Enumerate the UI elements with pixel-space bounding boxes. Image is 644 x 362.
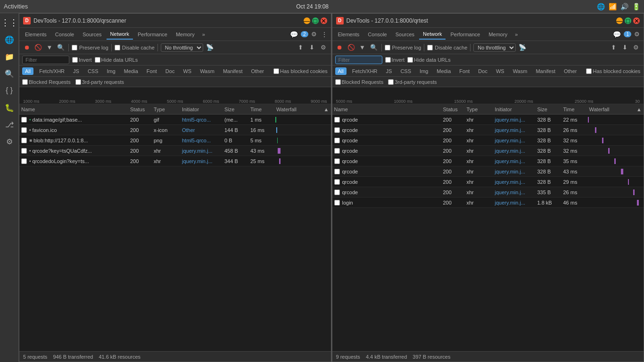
row4-checkbox[interactable] — [21, 148, 27, 154]
left-minimize-btn[interactable]: — — [304, 17, 310, 24]
right-type-css[interactable]: CSS — [397, 67, 414, 75]
right-tab-more[interactable]: » — [512, 30, 520, 39]
table-row[interactable]: ▪qrcodedoLogin?key=ts... 200 xhr jquery.… — [19, 156, 331, 166]
right-clear-btn[interactable]: 🚫 — [347, 43, 356, 52]
left-settings-btn[interactable]: ⚙ — [319, 43, 328, 52]
left-tab-network[interactable]: Network — [107, 29, 133, 40]
rrow1-checkbox[interactable] — [334, 117, 340, 123]
right-filter-input[interactable] — [335, 56, 382, 64]
left-col-waterfall[interactable]: Waterfall▲ — [274, 107, 331, 112]
rrow8-checkbox[interactable] — [334, 189, 340, 195]
right-settings-icon[interactable]: ⚙ — [632, 30, 642, 39]
table-row[interactable]: qrcode 200 xhr jquery.min.j... 328 B 22 … — [332, 115, 644, 125]
left-type-all[interactable]: All — [22, 67, 33, 75]
left-network-icon[interactable]: 📡 — [205, 43, 215, 52]
left-tab-performance[interactable]: Performance — [134, 30, 171, 39]
activity-icon-files[interactable]: 📁 — [2, 49, 17, 64]
right-col-time[interactable]: Time — [561, 107, 587, 112]
right-tab-sources[interactable]: Sources — [392, 30, 418, 39]
left-settings-icon[interactable]: ⚙ — [309, 30, 319, 39]
right-tab-console[interactable]: Console — [364, 30, 390, 39]
right-maximize-btn[interactable]: □ — [625, 17, 631, 24]
right-tab-network[interactable]: Network — [419, 29, 446, 40]
table-row[interactable]: login 200 xhr jquery.min.j... 1.8 kB 46 … — [332, 197, 644, 208]
activity-icon-browser[interactable]: 🌐 — [2, 32, 17, 47]
table-row[interactable]: ▪favicon.ico 200 x-icon Other 144 B 16 m… — [19, 125, 331, 135]
table-row[interactable]: qrcode 200 xhr jquery.min.j... 328 B 43 … — [332, 166, 644, 177]
table-row[interactable]: qrcode 200 xhr jquery.min.j... 328 B 32 … — [332, 146, 644, 156]
left-type-img[interactable]: Img — [104, 67, 118, 75]
right-download-icon[interactable]: ⬇ — [620, 43, 629, 52]
table-row[interactable]: qrcode 200 xhr jquery.min.j... 328 B 26 … — [332, 125, 644, 135]
table-row[interactable]: qrcode 200 xhr jquery.min.j... 328 B 35 … — [332, 156, 644, 166]
left-type-ws[interactable]: WS — [180, 67, 194, 75]
left-disable-cache-checkbox[interactable] — [115, 45, 120, 50]
right-col-status[interactable]: Status — [441, 107, 465, 112]
left-tab-console[interactable]: Console — [51, 30, 78, 39]
right-tab-performance[interactable]: Performance — [446, 30, 484, 39]
left-type-js[interactable]: JS — [70, 67, 82, 75]
row1-checkbox[interactable] — [21, 117, 27, 123]
left-tab-sources[interactable]: Sources — [79, 30, 105, 39]
left-type-manifest[interactable]: Manifest — [220, 67, 246, 75]
activity-icon-search[interactable]: 🔍 — [2, 66, 17, 81]
left-col-size[interactable]: Size — [223, 107, 248, 112]
row3-checkbox[interactable] — [21, 138, 27, 143]
right-type-js[interactable]: JS — [383, 67, 395, 75]
right-col-name[interactable]: Name — [332, 107, 441, 112]
activity-icon-debug[interactable]: 🐛 — [2, 100, 17, 115]
left-record-btn[interactable]: ⏺ — [22, 43, 32, 52]
right-col-type[interactable]: Type — [465, 107, 493, 112]
left-type-media[interactable]: Media — [121, 67, 141, 75]
left-tab-elements[interactable]: Elements — [21, 30, 50, 39]
left-invert-checkbox[interactable] — [72, 57, 78, 63]
left-type-wasm[interactable]: Wasm — [197, 67, 217, 75]
table-row[interactable]: ■blob:http://127.0.0.1:8... 200 png html… — [19, 135, 331, 146]
right-upload-icon[interactable]: ⬆ — [609, 43, 618, 52]
rrow7-checkbox[interactable] — [334, 179, 340, 185]
left-type-font[interactable]: Font — [144, 67, 160, 75]
left-preserve-log-checkbox[interactable] — [72, 45, 77, 50]
left-clear-btn[interactable]: 🚫 — [33, 43, 43, 52]
activities-label[interactable]: Activities — [4, 3, 28, 10]
left-type-other[interactable]: Other — [248, 67, 267, 75]
table-row[interactable]: ▪data:image/gif;base... 200 gif html5-qr… — [19, 115, 331, 125]
right-col-initiator[interactable]: Initiator — [493, 107, 536, 112]
activity-icon-settings[interactable]: ⚙ — [2, 134, 17, 149]
right-search-icon[interactable]: 🔍 — [369, 43, 379, 52]
right-network-icon[interactable]: 📡 — [518, 43, 527, 52]
right-blocked-checkbox[interactable] — [335, 79, 341, 85]
right-disable-cache-checkbox[interactable] — [427, 45, 433, 50]
right-type-ws[interactable]: WS — [493, 67, 507, 75]
table-row[interactable]: qrcode 200 xhr jquery.min.j... 328 B 29 … — [332, 177, 644, 187]
right-invert-checkbox[interactable] — [385, 57, 391, 63]
left-search-icon[interactable]: 🔍 — [56, 43, 66, 52]
left-col-type[interactable]: Type — [152, 107, 180, 112]
rrow9-checkbox[interactable] — [334, 200, 340, 206]
right-type-other[interactable]: Other — [561, 67, 580, 75]
right-tab-elements[interactable]: Elements — [334, 30, 363, 39]
row2-checkbox[interactable] — [21, 127, 27, 133]
activity-icon-git[interactable]: ⎇ — [2, 117, 17, 132]
right-hide-data-checkbox[interactable] — [407, 57, 413, 63]
left-type-doc[interactable]: Doc — [163, 67, 178, 75]
right-filter-icon[interactable]: ▼ — [358, 43, 367, 52]
rrow3-checkbox[interactable] — [334, 138, 340, 143]
left-col-initiator[interactable]: Initiator — [180, 107, 223, 112]
left-throttle-select[interactable]: No throttling — [161, 43, 203, 52]
left-col-time[interactable]: Time — [248, 107, 274, 112]
left-blocked-checkbox[interactable] — [22, 79, 28, 85]
left-upload-icon[interactable]: ⬆ — [296, 43, 305, 52]
right-col-waterfall[interactable]: Waterfall▲ — [587, 107, 644, 112]
left-third-party-checkbox[interactable] — [75, 79, 81, 85]
left-tab-memory[interactable]: Memory — [172, 30, 198, 39]
left-download-icon[interactable]: ⬇ — [307, 43, 317, 52]
right-minimize-btn[interactable]: — — [616, 17, 623, 24]
right-close-btn[interactable]: ✕ — [633, 17, 640, 24]
activity-icon-code[interactable]: { } — [2, 83, 17, 98]
right-throttle-select[interactable]: No throttling — [473, 43, 516, 52]
right-type-fetch[interactable]: Fetch/XHR — [349, 67, 380, 75]
left-filter-icon[interactable]: ▼ — [45, 43, 54, 52]
left-filter-input[interactable] — [22, 56, 69, 64]
rrow2-checkbox[interactable] — [334, 127, 340, 133]
